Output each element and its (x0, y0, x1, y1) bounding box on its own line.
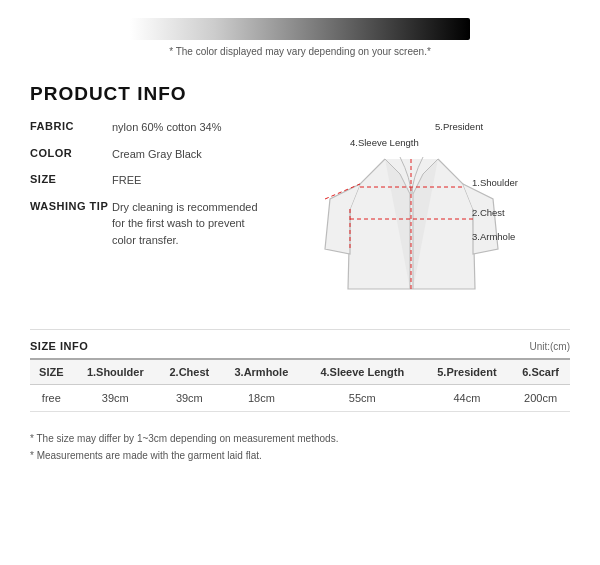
armhole-label: 3.Armhole (472, 231, 515, 242)
fabric-label: FABRIC (30, 119, 112, 132)
size-notes: * The size may differ by 1~3cm depending… (0, 422, 600, 474)
col-shoulder: 1.Shoulder (73, 359, 158, 385)
fabric-value: nylon 60% cotton 34% (112, 119, 270, 136)
cell-chest: 39cm (158, 385, 221, 412)
cell-president: 44cm (423, 385, 512, 412)
size-value: FREE (112, 172, 270, 189)
washing-row: WASHING TIP Dry cleaning is recommended … (30, 199, 270, 249)
cell-shoulder: 39cm (73, 385, 158, 412)
size-table-row: free 39cm 39cm 18cm 55cm 44cm 200cm (30, 385, 570, 412)
col-scarf: 6.Scarf (511, 359, 570, 385)
cell-armhole: 18cm (221, 385, 302, 412)
col-president: 5.President (423, 359, 512, 385)
col-sleeve: 4.Sleeve Length (302, 359, 423, 385)
color-value: Cream Gray Black (112, 146, 270, 163)
shoulder-label: 1.Shoulder (472, 177, 518, 188)
color-note: * The color displayed may vary depending… (169, 46, 431, 57)
size-info-header: SIZE INFO Unit:(cm) (30, 340, 570, 352)
color-bar-section: * The color displayed may vary depending… (0, 0, 600, 65)
size-label: SIZE (30, 172, 112, 185)
chest-label: 2.Chest (472, 207, 505, 218)
col-armhole: 3.Armhole (221, 359, 302, 385)
president-label: 5.President (435, 121, 483, 132)
cell-sleeve: 55cm (302, 385, 423, 412)
size-note-1: * The size may differ by 1~3cm depending… (30, 430, 570, 447)
color-gradient-bar (130, 18, 470, 40)
product-info-title: PRODUCT INFO (30, 83, 570, 105)
cell-scarf: 200cm (511, 385, 570, 412)
sleeve-label: 4.Sleeve Length (350, 137, 419, 148)
fabric-row: FABRIC nylon 60% cotton 34% (30, 119, 270, 136)
washing-value: Dry cleaning is recommended for the firs… (112, 199, 270, 249)
jacket-svg (310, 119, 560, 314)
cell-size: free (30, 385, 73, 412)
size-info-title: SIZE INFO (30, 340, 88, 352)
info-diagram-wrapper: FABRIC nylon 60% cotton 34% COLOR Cream … (30, 119, 570, 319)
size-table-header-row: SIZE 1.Shoulder 2.Chest 3.Armhole 4.Slee… (30, 359, 570, 385)
size-table: SIZE 1.Shoulder 2.Chest 3.Armhole 4.Slee… (30, 358, 570, 412)
color-row: COLOR Cream Gray Black (30, 146, 270, 163)
col-chest: 2.Chest (158, 359, 221, 385)
size-info-section: SIZE INFO Unit:(cm) SIZE 1.Shoulder 2.Ch… (0, 330, 600, 422)
size-note-2: * Measurements are made with the garment… (30, 447, 570, 464)
size-unit: Unit:(cm) (529, 341, 570, 352)
product-info-section: PRODUCT INFO FABRIC nylon 60% cotton 34%… (0, 65, 600, 329)
garment-diagram: 5.President 4.Sleeve Length 1.Shoulder 2… (280, 119, 570, 319)
washing-label: WASHING TIP (30, 199, 112, 212)
info-table: FABRIC nylon 60% cotton 34% COLOR Cream … (30, 119, 270, 258)
size-row: SIZE FREE (30, 172, 270, 189)
col-size: SIZE (30, 359, 73, 385)
color-label: COLOR (30, 146, 112, 159)
